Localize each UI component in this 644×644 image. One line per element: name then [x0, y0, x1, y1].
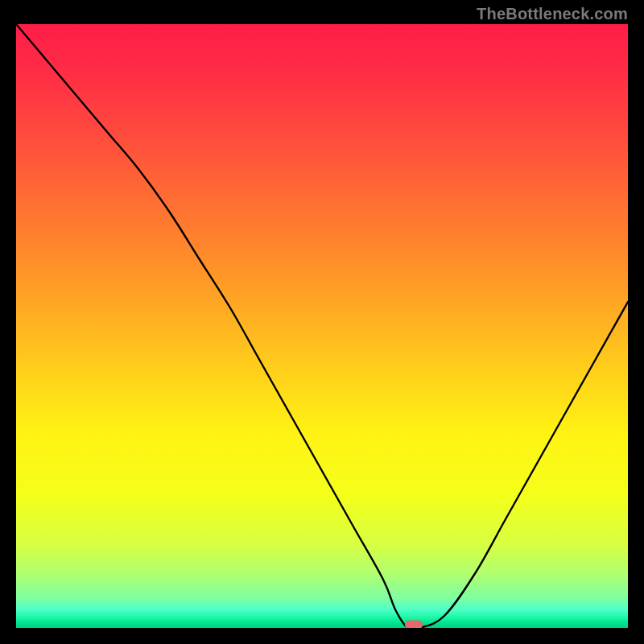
optimal-point-marker: [405, 621, 423, 629]
curve-layer: [16, 24, 628, 628]
bottleneck-curve: [16, 24, 628, 628]
watermark-text: TheBottleneck.com: [477, 5, 628, 23]
chart-frame: TheBottleneck.com: [0, 0, 644, 644]
plot-area: [16, 24, 628, 628]
